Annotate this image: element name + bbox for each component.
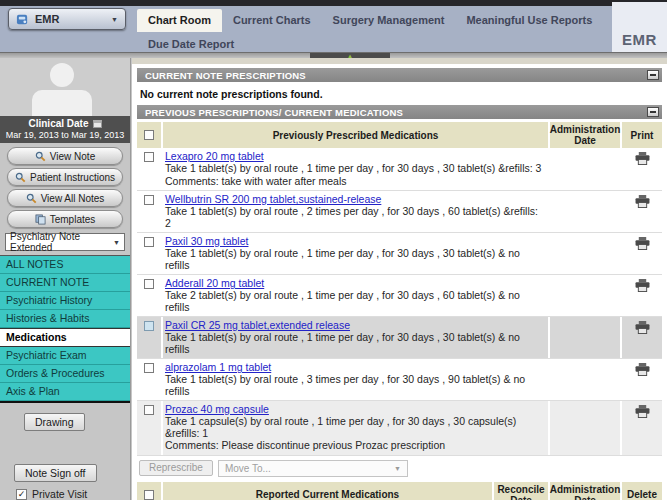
magnifier-icon (15, 172, 26, 183)
magnifier-icon (26, 193, 37, 204)
emr-app-icon (16, 13, 29, 26)
reported-medications-table-header: Reported Current Medications Reconcile D… (137, 482, 662, 500)
sidebar-item-histories-habits[interactable]: Histories & Habits (0, 310, 130, 328)
note-type-value: Psychiatry Note Extended (10, 231, 113, 253)
main-tabs-row2: Due Date Report (137, 35, 245, 53)
drawing-button[interactable]: Drawing (24, 413, 85, 431)
medication-link[interactable]: Prozac 40 mg capsule (165, 403, 269, 415)
print-icon[interactable] (635, 195, 650, 208)
medication-sig: Take 1 tablet(s) by oral route , 1 time … (165, 248, 546, 271)
table-row-alprazolam: alprazolam 1 mg tablet Take 1 tablet(s) … (137, 359, 662, 401)
tab-current-charts[interactable]: Current Charts (222, 9, 322, 32)
patient-instructions-label: Patient Instructions (30, 172, 115, 183)
medication-link[interactable]: Paxil 30 mg tablet (165, 235, 248, 247)
sidebar-item-medications[interactable]: Medications (0, 328, 130, 347)
avatar-body-shape (32, 90, 92, 116)
print-icon[interactable] (635, 405, 650, 418)
col-print: Print (622, 122, 662, 148)
sidebar-item-psychiatric-exam[interactable]: Psychiatric Exam (0, 347, 130, 365)
tab-meaningful-use-reports[interactable]: Meaningful Use Reports (455, 9, 603, 32)
administration-date-cell (550, 317, 620, 358)
private-visit-checkbox[interactable]: ✓ (16, 489, 27, 500)
sidebar-item-all-notes[interactable]: ALL NOTES (0, 256, 130, 274)
previous-medications-table-header: Previously Prescribed Medications Admini… (137, 122, 662, 148)
row-checkbox[interactable] (144, 279, 154, 289)
medication-link[interactable]: Paxil CR 25 mg tablet,extended release (165, 319, 350, 331)
col-administration-date: Administration Date (550, 122, 620, 148)
medication-sig: Take 1 tablet(s) by oral route , 2 times… (165, 206, 546, 229)
administration-date-cell (550, 401, 620, 455)
move-to-dropdown[interactable]: Move To... ▼ (218, 460, 408, 477)
calendar-icon[interactable] (93, 120, 102, 128)
sidebar-item-orders-procedures[interactable]: Orders & Procedures (0, 365, 130, 383)
chevron-down-icon: ▼ (394, 465, 401, 472)
minimize-button[interactable] (647, 107, 659, 117)
emr-logo: EMR (622, 31, 657, 48)
sidebar-item-axis-plan[interactable]: Axis & Plan (0, 383, 130, 401)
administration-date-cell (550, 275, 620, 316)
patient-instructions-button[interactable]: Patient Instructions (7, 168, 123, 186)
col-delete: Delete (622, 482, 662, 500)
avatar-head-shape (50, 63, 74, 87)
select-all-checkbox[interactable] (144, 490, 154, 500)
row-checkbox[interactable] (144, 405, 154, 415)
medication-comments: Comments: Please discontinue previous Pr… (165, 440, 546, 452)
chevron-down-icon: ▼ (113, 239, 120, 246)
view-all-notes-label: View All Notes (41, 193, 105, 204)
clinical-date-range: Mar 19, 2013 to Mar 19, 2013 (0, 130, 130, 140)
sidebar-item-psychiatric-history[interactable]: Psychiatric History (0, 292, 130, 310)
tab-chart-room[interactable]: Chart Room (137, 9, 222, 32)
print-icon[interactable] (635, 321, 650, 334)
previous-prescriptions-header: PREVIOUS PRESCRIPTIONS/ CURRENT MEDICATI… (137, 105, 662, 119)
emr-application-window: EMR ▼ Chart Room Current Charts Surgery … (0, 0, 667, 500)
note-sign-off-button[interactable]: Note Sign off (14, 464, 97, 482)
row-checkbox[interactable] (144, 237, 154, 247)
clinical-date-label: Clinical Date (28, 118, 88, 129)
table-row-paxil30: Paxil 30 mg tablet Take 1 tablet(s) by o… (137, 233, 662, 275)
table-row-adderall: Adderall 20 mg tablet Take 2 tablet(s) b… (137, 275, 662, 317)
sidebar-footer: Drawing Note Sign off ✓ Private Visit Si… (0, 401, 130, 500)
current-note-prescriptions-title: CURRENT NOTE PRESCRIPTIONS (145, 70, 306, 81)
medication-link[interactable]: Lexapro 20 mg tablet (165, 150, 264, 162)
row-checkbox[interactable] (144, 152, 154, 162)
col-previously-prescribed: Previously Prescribed Medications (163, 122, 548, 148)
tab-surgery-management[interactable]: Surgery Management (322, 9, 456, 32)
templates-button[interactable]: Templates (7, 210, 123, 228)
emr-logo-panel: EMR (612, 2, 667, 52)
magnifier-icon (35, 151, 46, 162)
row-checkbox[interactable] (144, 321, 154, 331)
sidebar-item-current-note[interactable]: CURRENT NOTE (0, 274, 130, 292)
sidebar-buttons: View Note Patient Instructions View All … (0, 143, 130, 230)
templates-icon (35, 214, 46, 225)
row-checkbox[interactable] (144, 195, 154, 205)
print-icon[interactable] (635, 152, 650, 165)
medication-sig: Take 1 tablet(s) by oral route , 1 time … (165, 332, 546, 355)
emr-app-menu-dropdown[interactable]: EMR ▼ (8, 8, 126, 30)
administration-date-cell (550, 359, 620, 400)
table-row-wellbutrin: Wellbutrin SR 200 mg tablet,sustained-re… (137, 191, 662, 233)
col-reconcile-date: Reconcile Date (494, 482, 548, 500)
print-icon[interactable] (635, 363, 650, 376)
chevron-down-icon: ▼ (111, 16, 118, 23)
view-note-button[interactable]: View Note (7, 147, 123, 165)
print-icon[interactable] (635, 237, 650, 250)
previous-prescriptions-title: PREVIOUS PRESCRIPTIONS/ CURRENT MEDICATI… (145, 107, 403, 118)
main-content: CURRENT NOTE PRESCRIPTIONS No current no… (132, 58, 667, 500)
print-icon[interactable] (635, 279, 650, 292)
minimize-button[interactable] (647, 70, 659, 80)
current-note-prescriptions-header: CURRENT NOTE PRESCRIPTIONS (137, 68, 662, 82)
note-type-dropdown[interactable]: Psychiatry Note Extended ▼ (5, 233, 125, 251)
represcribe-button[interactable]: Represcribe (139, 460, 213, 476)
top-navigation-bar: EMR ▼ Chart Room Current Charts Surgery … (0, 6, 667, 52)
medication-comments: Comments: take with water after meals (165, 176, 546, 188)
view-all-notes-button[interactable]: View All Notes (7, 189, 123, 207)
select-all-checkbox[interactable] (144, 130, 154, 140)
reported-medications-table: Reported Current Medications Reconcile D… (137, 482, 662, 500)
administration-date-cell (550, 233, 620, 274)
medication-link[interactable]: Wellbutrin SR 200 mg tablet,sustained-re… (165, 193, 381, 205)
row-checkbox[interactable] (144, 363, 154, 373)
medication-link[interactable]: Adderall 20 mg tablet (165, 277, 264, 289)
medication-link[interactable]: alprazolam 1 mg tablet (165, 361, 271, 373)
col-administration-date: Administration Date (550, 482, 620, 500)
main-top-strip (132, 58, 667, 64)
